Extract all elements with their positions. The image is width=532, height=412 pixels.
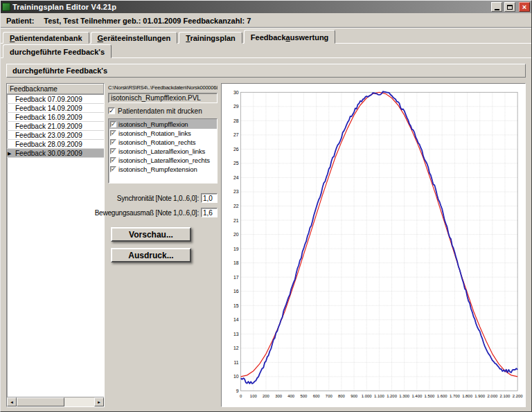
svg-text:16: 16 [233, 289, 239, 294]
scroll-thumb[interactable] [17, 397, 64, 406]
tab-feedbackauswertung[interactable]: Feedbackauswertung [244, 30, 336, 44]
list-item[interactable]: Feedback 21.09.2009 [7, 122, 104, 131]
tab-trainingsplan[interactable]: Trainingsplan [179, 32, 242, 44]
svg-text:30: 30 [233, 90, 239, 95]
list-hscrollbar[interactable]: ◄ ► [7, 397, 104, 406]
feedback-chart-panel: 9101112131415161718192021222324252627282… [221, 83, 526, 407]
exercise-item[interactable]: ✓isotonisch_Rotation_rechts [109, 138, 217, 147]
exercise-checkbox[interactable]: ✓ [110, 157, 116, 163]
row-marker-icon: ▶ [8, 150, 11, 156]
svg-text:400: 400 [287, 394, 294, 398]
ausdruck-button[interactable]: Ausdruck... [111, 248, 191, 262]
exercise-checkbox[interactable]: ✓ [110, 121, 116, 127]
list-item[interactable]: Feedback 07.09.2009 [7, 95, 104, 104]
svg-text:2.200: 2.200 [513, 394, 523, 398]
svg-text:1.200: 1.200 [387, 394, 397, 398]
tab-patientendatenbank[interactable]: Patientendatenbank [3, 32, 89, 44]
feedback-rows: Feedback 07.09.2009Feedback 14.09.2009Fe… [7, 95, 104, 397]
synchronitaet-label: Synchronität [Note 1,0..6,0]: [117, 195, 199, 202]
exercise-item[interactable]: ✓isotonisch_Rumpfextension [109, 165, 217, 174]
exercise-checkbox[interactable]: ✓ [110, 130, 116, 136]
list-item[interactable]: ▶Feedback 30.09.2009 [7, 149, 104, 158]
vorschau-button[interactable]: Vorschau... [111, 227, 191, 242]
svg-text:27: 27 [233, 132, 239, 137]
svg-text:100: 100 [250, 394, 257, 398]
pvl-file-field[interactable]: isotonisch_Rumpfflexion.PVL [108, 93, 218, 103]
feedback-listbox: Feedbackname Feedback 07.09.2009Feedback… [6, 83, 105, 407]
tab-page: durchgeführte Feedback's Feedbackname Fe… [1, 58, 531, 411]
svg-text:14: 14 [233, 317, 239, 322]
exercise-label: isotonisch_Lateralflexion_links [118, 147, 205, 155]
exercise-item[interactable]: ✓isotonisch_Rotation_links [109, 129, 217, 138]
svg-text:600: 600 [313, 394, 320, 398]
svg-text:11: 11 [234, 360, 239, 365]
feedback-chart: 9101112131415161718192021222324252627282… [223, 85, 524, 405]
exercise-item[interactable]: ✓isotonisch_Lateralflexion_links [109, 147, 217, 156]
print-patientdata-label: Patientendaten mit drucken [118, 107, 202, 115]
svg-text:23: 23 [233, 189, 239, 194]
list-item[interactable]: Feedback 28.09.2009 [7, 140, 104, 149]
app-window: Trainingsplan Editor V4.21p × Patient: T… [0, 0, 532, 412]
svg-text:0: 0 [240, 394, 242, 398]
svg-text:18: 18 [233, 260, 239, 265]
exercise-checklist: ✓isotonisch_Rumpfflexion✓isotonisch_Rota… [108, 118, 218, 183]
svg-text:1.700: 1.700 [450, 394, 460, 398]
svg-text:29: 29 [233, 104, 239, 109]
svg-text:1.400: 1.400 [411, 394, 422, 398]
scroll-right-icon[interactable]: ► [94, 397, 104, 406]
svg-text:21: 21 [233, 217, 239, 222]
svg-text:200: 200 [263, 394, 269, 398]
exercise-label: isotonisch_Rotation_rechts [118, 138, 195, 146]
detail-panel: C:\Norsk\RS\RS4\..\Feedbackdaten\Norsk00… [108, 83, 218, 407]
patient-bar: Patient: Test, Test Teilnehmer geb.: 01.… [1, 13, 531, 28]
feedback-file-path: C:\Norsk\RS\RS4\..\Feedbackdaten\Norsk00… [108, 84, 218, 91]
close-button[interactable]: × [519, 2, 530, 12]
exercise-checkbox[interactable]: ✓ [110, 166, 116, 172]
svg-text:2.100: 2.100 [500, 394, 511, 398]
svg-text:10: 10 [233, 374, 239, 379]
feedback-name: Feedback 23.09.2009 [15, 132, 82, 139]
svg-text:1.500: 1.500 [425, 394, 435, 398]
svg-text:900: 900 [351, 394, 357, 398]
print-patientdata-checkbox-row[interactable]: ✓ Patientendaten mit drucken [108, 107, 218, 115]
sub-tabstrip: durchgeführte Feedback's [1, 44, 531, 58]
app-icon [2, 3, 10, 11]
subtab-durchgefuehrte-feedbacks[interactable]: durchgeführte Feedback's [3, 44, 112, 58]
list-item[interactable]: Feedback 14.09.2009 [7, 104, 104, 113]
group-header: durchgeführte Feedback's [6, 64, 526, 78]
svg-text:1.000: 1.000 [362, 394, 372, 398]
minimize-button[interactable] [491, 2, 502, 12]
svg-text:20: 20 [233, 232, 239, 237]
exercise-checkbox[interactable]: ✓ [110, 139, 116, 145]
maximize-button[interactable] [504, 2, 515, 12]
list-item[interactable]: Feedback 16.09.2009 [7, 113, 104, 122]
feedback-name: Feedback 07.09.2009 [15, 96, 82, 103]
svg-text:24: 24 [233, 175, 239, 180]
exercise-checkbox[interactable]: ✓ [110, 148, 116, 154]
window-title: Trainingsplan Editor V4.21p [12, 3, 489, 11]
feedback-name: Feedback 16.09.2009 [15, 114, 82, 121]
exercise-item[interactable]: ✓isotonisch_Lateralflexion_rechts [109, 156, 217, 165]
scroll-left-icon[interactable]: ◄ [7, 397, 17, 406]
svg-text:26: 26 [233, 147, 239, 152]
list-item[interactable]: Feedback 23.09.2009 [7, 131, 104, 140]
scroll-track[interactable] [17, 397, 94, 406]
feedback-list-header[interactable]: Feedbackname [7, 84, 104, 95]
svg-text:17: 17 [233, 275, 239, 280]
bewegungsausmass-input[interactable] [201, 208, 218, 217]
svg-text:13: 13 [233, 332, 239, 337]
title-bar: Trainingsplan Editor V4.21p × [1, 1, 531, 13]
bewegungsausmass-row: Bewegungsausmaß [Note 1,0..6,0]: [108, 208, 218, 217]
synchronitaet-input[interactable] [201, 193, 218, 203]
exercise-label: isotonisch_Lateralflexion_rechts [118, 156, 210, 164]
svg-text:15: 15 [233, 303, 239, 308]
print-patientdata-checkbox[interactable]: ✓ [108, 107, 115, 114]
exercise-label: isotonisch_Rotation_links [118, 129, 191, 137]
patient-label: Patient: [6, 17, 34, 25]
tab-geraeteeinstellungen[interactable]: Geräteeinstellungen [91, 32, 178, 44]
svg-text:800: 800 [338, 394, 345, 398]
bewegungsausmass-label: Bewegungsausmaß [Note 1,0..6,0]: [95, 209, 199, 217]
synchronitaet-row: Synchronität [Note 1,0..6,0]: [108, 193, 218, 203]
exercise-item[interactable]: ✓isotonisch_Rumpfflexion [109, 120, 217, 129]
exercise-label: isotonisch_Rumpfextension [118, 165, 197, 173]
